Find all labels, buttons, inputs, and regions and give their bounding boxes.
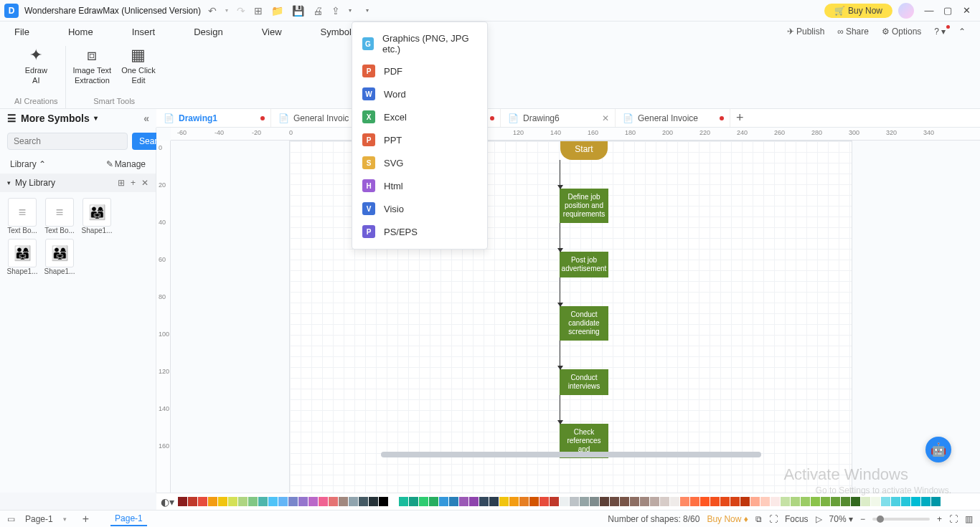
fit-icon[interactable]: ⛶ <box>769 514 778 524</box>
options-button[interactable]: ⚙ Options <box>882 27 921 37</box>
flowchart-start-node[interactable]: Start <box>560 141 607 160</box>
layers-icon[interactable]: ⧉ <box>755 514 762 524</box>
one-click-edit-button[interactable]: ▦ One Click Edit <box>121 46 156 85</box>
color-swatch[interactable] <box>459 497 468 506</box>
color-swatch[interactable] <box>640 497 649 506</box>
fullscreen-icon[interactable]: ⛶ <box>949 514 958 524</box>
export-item-word[interactable]: WWord <box>352 82 487 105</box>
color-swatch[interactable] <box>208 497 217 506</box>
color-swatch[interactable] <box>740 497 750 506</box>
collapse-panel-icon[interactable]: « <box>143 113 149 124</box>
color-swatch[interactable] <box>248 497 258 506</box>
menu-file[interactable]: File <box>14 27 29 37</box>
color-swatch[interactable] <box>570 497 579 506</box>
export-item-visio[interactable]: VVisio <box>352 197 487 220</box>
color-picker-icon[interactable]: ◐▾ <box>161 496 174 508</box>
color-swatch[interactable] <box>550 497 559 506</box>
remove-shape-icon[interactable]: ✕ <box>141 178 149 188</box>
color-swatch[interactable] <box>419 497 428 506</box>
flowchart-box-3[interactable]: Conduct interviews <box>560 369 608 395</box>
edraw-ai-button[interactable]: ✦ Edraw AI <box>25 46 47 85</box>
zoom-level[interactable]: 70% ▾ <box>829 514 853 524</box>
focus-button[interactable]: Focus <box>785 514 809 524</box>
color-swatch[interactable] <box>861 497 870 506</box>
library-shape-3[interactable]: Shape1... <box>6 239 39 275</box>
presentation-icon[interactable]: ▷ <box>816 514 822 524</box>
color-swatch[interactable] <box>188 497 197 506</box>
color-swatch[interactable] <box>781 497 790 506</box>
color-swatch[interactable] <box>891 497 900 506</box>
color-swatch[interactable] <box>439 497 448 506</box>
close-button[interactable]: ✕ <box>957 5 976 16</box>
color-swatch[interactable] <box>339 497 348 506</box>
color-swatch[interactable] <box>871 497 880 506</box>
color-swatch[interactable] <box>750 497 760 506</box>
undo-dropdown-icon[interactable]: ▾ <box>225 7 228 14</box>
menu-view[interactable]: View <box>262 27 282 37</box>
buy-now-button[interactable]: 🛒 Buy Now <box>824 4 892 18</box>
color-swatch[interactable] <box>620 497 629 506</box>
color-swatch[interactable] <box>821 497 830 506</box>
color-swatch[interactable] <box>760 497 770 506</box>
color-swatch[interactable] <box>298 497 308 506</box>
color-swatch[interactable] <box>198 497 207 506</box>
color-swatch[interactable] <box>921 497 930 506</box>
minimize-button[interactable]: — <box>920 5 938 16</box>
color-swatch[interactable] <box>540 497 549 506</box>
manage-button[interactable]: ✎ Manage <box>106 159 146 169</box>
add-shape-icon[interactable]: + <box>131 178 136 188</box>
color-swatch[interactable] <box>911 497 920 506</box>
color-swatch[interactable] <box>881 497 890 506</box>
color-swatch[interactable] <box>700 497 710 506</box>
color-swatch[interactable] <box>288 497 298 506</box>
color-swatch[interactable] <box>519 497 529 506</box>
color-swatch[interactable] <box>489 497 499 506</box>
save-icon[interactable]: 💾 <box>292 5 304 16</box>
add-tab-button[interactable]: + <box>730 110 750 125</box>
color-swatch[interactable] <box>931 497 941 506</box>
zoom-slider[interactable] <box>872 518 930 521</box>
color-swatch[interactable] <box>771 497 780 506</box>
color-swatch[interactable] <box>791 497 800 506</box>
export-item-html[interactable]: HHtml <box>352 174 487 197</box>
color-swatch[interactable] <box>600 497 609 506</box>
color-swatch[interactable] <box>901 497 910 506</box>
color-swatch[interactable] <box>630 497 639 506</box>
chat-assistant-button[interactable]: 🤖 <box>925 437 951 462</box>
zoom-in-button[interactable]: + <box>937 514 942 524</box>
status-buy-now[interactable]: Buy Now ♦ <box>707 514 748 524</box>
library-shape-1[interactable]: Text Bo... <box>43 198 76 234</box>
color-swatch[interactable] <box>811 497 820 506</box>
undo-icon[interactable]: ↶ <box>208 5 217 16</box>
new-icon[interactable]: ⊞ <box>254 5 263 16</box>
library-shape-0[interactable]: Text Bo... <box>6 198 39 234</box>
color-swatch[interactable] <box>359 497 368 506</box>
color-swatch[interactable] <box>218 497 227 506</box>
add-page-button[interactable]: + <box>83 513 89 526</box>
export-item-ppt[interactable]: PPPT <box>352 128 487 151</box>
color-swatch[interactable] <box>710 497 720 506</box>
image-text-extraction-button[interactable]: ⧈ Image Text Extraction <box>73 46 112 85</box>
export-item-excel[interactable]: XExcel <box>352 105 487 128</box>
export-dropdown-icon[interactable]: ▾ <box>349 7 352 14</box>
panel-toggle-icon[interactable]: ▥ <box>965 514 973 524</box>
library-shape-2[interactable]: Shape1... <box>80 198 113 234</box>
library-shape-4[interactable]: Shape1... <box>43 239 76 275</box>
export-item-svg[interactable]: SSVG <box>352 151 487 174</box>
color-swatch[interactable] <box>801 497 810 506</box>
color-swatch[interactable] <box>228 497 237 506</box>
color-swatch[interactable] <box>389 497 398 506</box>
user-avatar[interactable] <box>898 3 914 19</box>
document-tab-4[interactable]: 📄General Invoice <box>616 109 730 127</box>
page-dropdown-icon[interactable]: ▾ <box>63 516 67 523</box>
color-swatch[interactable] <box>851 497 860 506</box>
color-swatch[interactable] <box>690 497 699 506</box>
menu-symbols[interactable]: Symbols <box>321 27 357 37</box>
open-icon[interactable]: 📁 <box>271 5 283 16</box>
color-swatch[interactable] <box>399 497 408 506</box>
color-swatch[interactable] <box>590 497 599 506</box>
color-swatch[interactable] <box>560 497 569 506</box>
my-library-section[interactable]: ▾ My Library ⊞ + ✕ <box>0 174 156 192</box>
page-selector[interactable]: ▭ Page-1 ▾ + <box>7 513 89 526</box>
color-swatch[interactable] <box>650 497 659 506</box>
